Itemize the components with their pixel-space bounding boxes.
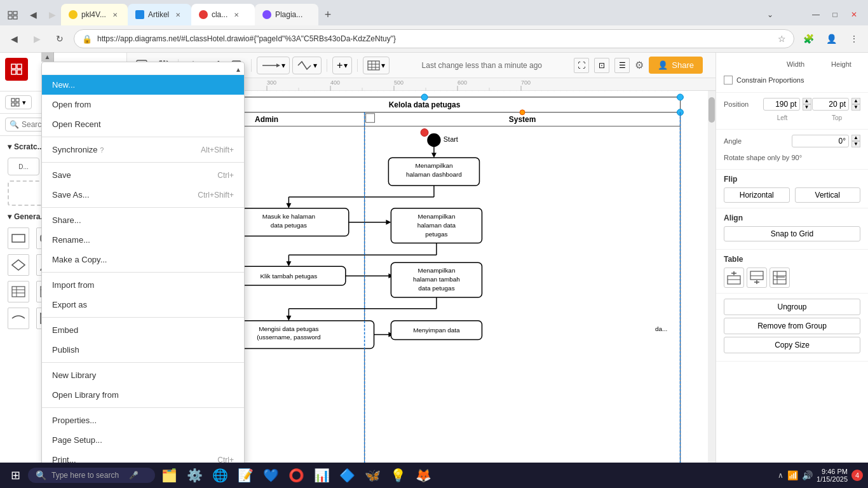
tab-class[interactable]: cla... ✕	[191, 4, 255, 25]
vertical-scrollbar[interactable]	[708, 91, 715, 476]
menu-item-rename[interactable]: Rename...	[42, 230, 244, 250]
menu-item-open-recent[interactable]: Open Recent	[42, 114, 244, 134]
copy-size-button[interactable]: Copy Size	[724, 337, 860, 353]
settings-icon[interactable]: ⚙	[635, 59, 644, 71]
menu-item-synchronize[interactable]: Synchronize ? Alt+Shift+	[42, 140, 244, 159]
maximize-button[interactable]: □	[826, 6, 844, 24]
menu-item-import-from[interactable]: Import from	[42, 275, 244, 295]
taskbar-app-firefox[interactable]: 🦊	[412, 464, 435, 487]
horizontal-flip-button[interactable]: Horizontal	[724, 187, 790, 203]
back-nav-button[interactable]: ◀	[5, 30, 23, 48]
tab-pkl-close[interactable]: ✕	[110, 10, 120, 20]
shape-table[interactable]	[8, 281, 29, 302]
scroll-thumb[interactable]	[709, 97, 715, 123]
vertical-flip-button[interactable]: Vertical	[795, 187, 861, 203]
ungroup-button[interactable]: Ungroup	[724, 299, 860, 315]
reload-button[interactable]: ↻	[51, 30, 69, 48]
angle-up[interactable]: ▲	[851, 135, 860, 141]
position-top-input[interactable]	[812, 98, 849, 111]
format-panel-button[interactable]: ☰	[614, 58, 630, 73]
start-button[interactable]: ⊞	[5, 465, 25, 485]
menu-scroll-up[interactable]: ▲	[44, 53, 51, 60]
tab-list-button[interactable]: ⌄	[761, 6, 779, 24]
menu-item-open-library[interactable]: Open Library from	[42, 385, 244, 405]
taskbar-app-blender[interactable]: 🔷	[336, 464, 358, 487]
taskbar-app-edge[interactable]: 💙	[259, 464, 282, 487]
shape-arc[interactable]	[8, 308, 29, 329]
network-icon[interactable]: 📶	[787, 470, 798, 480]
taskbar-app-office[interactable]: 📊	[310, 464, 333, 487]
menu-item-embed[interactable]: Embed	[42, 320, 244, 340]
table-insert-dropdown[interactable]: ▾	[363, 57, 390, 74]
system-time[interactable]: 9:46 PM 1/15/2025	[817, 468, 848, 483]
menu-scroll-up-btn[interactable]: ▲	[235, 66, 241, 73]
menu-item-make-copy[interactable]: Make a Copy...	[42, 250, 244, 269]
position-top-up[interactable]: ▲	[851, 98, 860, 104]
menu-item-share[interactable]: Share...	[42, 210, 244, 230]
angle-down[interactable]: ▼	[851, 141, 860, 147]
fit-page-button[interactable]: ⊡	[594, 58, 609, 73]
url-bar[interactable]: 🔒 https://app.diagrams.net/#LclassHotel.…	[74, 29, 794, 48]
add-shape-dropdown[interactable]: + ▾	[332, 57, 352, 74]
menu-item-page-setup[interactable]: Page Setup...	[42, 430, 244, 450]
bookmark-icon[interactable]: ☆	[778, 34, 786, 44]
position-left-down[interactable]: ▼	[803, 104, 811, 111]
taskbar-app-browser[interactable]: 🌐	[208, 464, 231, 487]
extensions-button[interactable]: 🧩	[799, 30, 817, 48]
menu-item-publish[interactable]: Publish	[42, 340, 244, 360]
constrain-checkbox[interactable]	[724, 76, 733, 85]
tab-pkl[interactable]: pkl4V... ✕	[61, 4, 128, 25]
angle-input[interactable]	[792, 135, 849, 147]
minimize-button[interactable]: —	[807, 6, 825, 24]
new-tab-button[interactable]: +	[318, 5, 337, 24]
taskbar-app-opera[interactable]: ⭕	[285, 464, 308, 487]
app-logo[interactable]	[5, 58, 28, 81]
position-top-down[interactable]: ▼	[851, 104, 860, 111]
forward-button[interactable]: ▶	[43, 6, 61, 24]
position-left-up[interactable]: ▲	[803, 98, 811, 104]
fullscreen-button[interactable]: ⛶	[574, 58, 589, 73]
notification-expand-icon[interactable]: ∧	[778, 471, 783, 480]
taskbar-search[interactable]: 🔍 Type here to search 🎤	[28, 468, 155, 483]
view-toggle[interactable]: ▾	[5, 95, 32, 109]
tab-class-close[interactable]: ✕	[231, 10, 241, 20]
taskbar-app-explorer[interactable]: 🗂️	[158, 464, 180, 487]
insert-row-below-button[interactable]	[747, 268, 767, 288]
delete-row-button[interactable]	[770, 268, 790, 288]
snap-to-grid-button[interactable]: Snap to Grid	[724, 226, 860, 241]
insert-row-above-button[interactable]	[724, 268, 744, 288]
taskbar-app-settings[interactable]: ⚙️	[183, 464, 206, 487]
taskbar-app-word[interactable]: 📝	[234, 464, 257, 487]
close-button[interactable]: ✕	[845, 6, 863, 24]
menu-item-new-library[interactable]: New Library	[42, 365, 244, 385]
waypoint-style-dropdown[interactable]: ▾	[292, 57, 322, 74]
position-left-input[interactable]	[763, 98, 800, 111]
remove-from-group-button[interactable]: Remove from Group	[724, 318, 860, 334]
share-button[interactable]: 👤 Share	[649, 57, 703, 74]
profile-button[interactable]: 👤	[822, 30, 840, 48]
angle-section: Angle ▲ ▼ Rotate shape only by 90°	[716, 130, 868, 170]
svg-rect-0	[8, 11, 12, 15]
menu-item-export-as[interactable]: Export as	[42, 295, 244, 315]
menu-item-properties[interactable]: Properties...	[42, 410, 244, 430]
connection-style-dropdown[interactable]: ▾	[257, 57, 290, 74]
back-button[interactable]: ◀	[24, 6, 42, 24]
scratch-shape-item[interactable]: D...	[8, 158, 39, 175]
shape-diamond[interactable]	[8, 254, 29, 276]
window-icon[interactable]	[5, 7, 20, 22]
tab-artikel[interactable]: Artikel ✕	[128, 4, 191, 25]
notification-badge[interactable]: 4	[851, 470, 863, 481]
menu-divider-1	[42, 137, 244, 137]
forward-nav-button[interactable]: ▶	[28, 30, 46, 48]
menu-item-new[interactable]: New...	[42, 75, 244, 95]
volume-icon[interactable]: 🔊	[802, 470, 813, 480]
taskbar-app-other1[interactable]: 🦋	[361, 464, 384, 487]
taskbar-app-vscode[interactable]: 💡	[386, 464, 409, 487]
menu-button[interactable]: ⋮	[845, 30, 863, 48]
tab-artikel-close[interactable]: ✕	[173, 10, 183, 20]
menu-item-open-from[interactable]: Open from	[42, 95, 244, 114]
shape-rectangle[interactable]	[8, 227, 29, 249]
menu-item-save-as[interactable]: Save As... Ctrl+Shift+	[42, 185, 244, 205]
tab-plagia[interactable]: Plagia...	[255, 4, 318, 25]
menu-item-save[interactable]: Save Ctrl+	[42, 165, 244, 185]
